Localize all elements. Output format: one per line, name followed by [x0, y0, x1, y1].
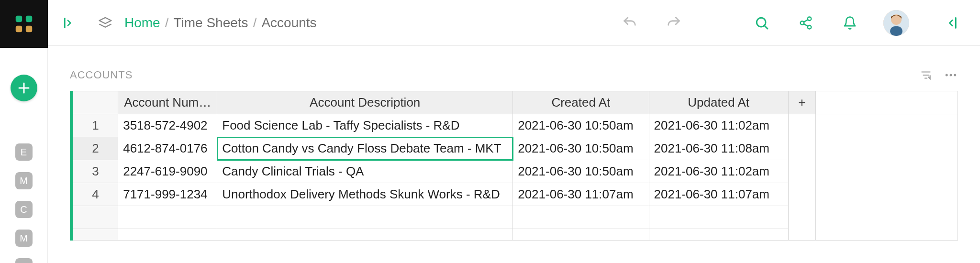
filter-icon[interactable]: [920, 69, 932, 81]
svg-rect-0: [15, 16, 22, 22]
breadcrumb-item-1[interactable]: Accounts: [261, 15, 316, 31]
cell-account-description[interactable]: [217, 206, 513, 229]
svg-point-24: [954, 74, 956, 77]
cell-account-number[interactable]: 3518-572-4902: [118, 114, 217, 137]
grid-footer-cell: [513, 229, 649, 241]
sidebar: E M C M P: [0, 0, 48, 263]
svg-rect-1: [25, 16, 32, 22]
cell-updated-at[interactable]: 2021-06-30 11:08am: [649, 137, 788, 160]
col-header-created-at[interactable]: Created At: [513, 91, 649, 114]
cell-created-at[interactable]: 2021-06-30 11:07am: [513, 183, 649, 206]
row-number[interactable]: 5: [73, 206, 118, 229]
cell-created-at[interactable]: [513, 206, 649, 229]
cell-updated-at[interactable]: 2021-06-30 11:07am: [649, 183, 788, 206]
sidebar-item-1[interactable]: M: [15, 172, 33, 189]
cell-account-description[interactable]: Candy Clinical Trials - QA: [217, 160, 513, 183]
redo-icon[interactable]: [662, 11, 685, 34]
sidebar-nav: E M C M P: [15, 143, 33, 263]
breadcrumb-item-0[interactable]: Time Sheets: [173, 15, 248, 31]
bell-icon[interactable]: [838, 11, 861, 34]
grid-tail: [788, 114, 815, 241]
svg-marker-7: [100, 17, 111, 23]
rownum-header[interactable]: [73, 91, 118, 114]
col-header-account-number[interactable]: Account Num…: [118, 91, 217, 114]
cell-created-at[interactable]: 2021-06-30 10:50am: [513, 137, 649, 160]
svg-line-14: [804, 20, 808, 22]
dock-right-icon[interactable]: [940, 11, 963, 34]
row-number[interactable]: 1: [73, 114, 118, 137]
svg-rect-3: [25, 26, 32, 32]
grid-footer-cell: [217, 229, 513, 241]
svg-rect-2: [15, 26, 22, 32]
cell-updated-at[interactable]: 2021-06-30 11:02am: [649, 114, 788, 137]
svg-point-22: [946, 74, 948, 77]
grid-footer-cell: [649, 229, 788, 241]
share-icon[interactable]: [794, 11, 817, 34]
breadcrumb: Home / Time Sheets / Accounts: [124, 15, 317, 31]
user-avatar[interactable]: [883, 10, 909, 36]
cell-account-number[interactable]: 2247-619-9090: [118, 160, 217, 183]
add-button[interactable]: [11, 75, 37, 101]
col-header-account-description[interactable]: Account Description: [217, 91, 513, 114]
col-header-updated-at[interactable]: Updated At: [649, 91, 788, 114]
sidebar-item-label: E: [21, 147, 27, 158]
grid-tail: [815, 114, 958, 241]
layers-icon[interactable]: [94, 11, 117, 34]
cell-updated-at[interactable]: [649, 206, 788, 229]
content: ACCOUNTS Account Num…: [48, 46, 980, 263]
cell-account-number[interactable]: 4612-874-0176: [118, 137, 217, 160]
breadcrumb-sep: /: [253, 15, 257, 31]
svg-line-9: [765, 26, 768, 29]
svg-rect-17: [890, 26, 902, 36]
add-column-button[interactable]: +: [788, 91, 815, 114]
sidebar-collapse-icon[interactable]: [57, 11, 80, 34]
sidebar-item-label: P: [21, 262, 27, 263]
topbar: Home / Time Sheets / Accounts: [48, 0, 980, 46]
sidebar-item-2[interactable]: C: [15, 201, 33, 218]
sidebar-item-label: M: [20, 233, 28, 244]
cell-account-number[interactable]: 7171-999-1234: [118, 183, 217, 206]
cell-created-at[interactable]: 2021-06-30 10:50am: [513, 114, 649, 137]
section-title: ACCOUNTS: [70, 69, 133, 81]
grid-footer-cell: [73, 229, 118, 241]
cell-updated-at[interactable]: 2021-06-30 11:02am: [649, 160, 788, 183]
cell-account-description[interactable]: Cotton Candy vs Candy Floss Debate Team …: [217, 137, 513, 160]
sidebar-item-0[interactable]: E: [15, 143, 33, 161]
sidebar-item-label: C: [20, 204, 27, 215]
cell-account-description[interactable]: Unorthodox Delivery Methods Skunk Works …: [217, 183, 513, 206]
grid-tail: [815, 91, 958, 114]
svg-line-13: [804, 23, 808, 26]
breadcrumb-sep: /: [165, 15, 169, 31]
breadcrumb-home[interactable]: Home: [124, 15, 160, 31]
search-icon[interactable]: [750, 11, 773, 34]
row-number[interactable]: 2: [73, 137, 118, 160]
cell-account-number[interactable]: [118, 206, 217, 229]
cell-created-at[interactable]: 2021-06-30 10:50am: [513, 160, 649, 183]
sidebar-item-3[interactable]: M: [15, 230, 33, 247]
more-icon[interactable]: [944, 68, 958, 82]
data-grid[interactable]: Account Num… Account Description Created…: [70, 91, 958, 241]
sidebar-item-label: M: [20, 175, 28, 186]
grid-footer-cell: [118, 229, 217, 241]
cell-account-description[interactable]: Food Science Lab - Taffy Specialists - R…: [217, 114, 513, 137]
row-number[interactable]: 3: [73, 160, 118, 183]
sidebar-item-4[interactable]: P: [15, 258, 33, 263]
undo-icon[interactable]: [618, 11, 641, 34]
table-row[interactable]: 13518-572-4902Food Science Lab - Taffy S…: [73, 114, 958, 137]
app-logo[interactable]: [0, 0, 48, 48]
svg-point-23: [950, 74, 952, 77]
row-number[interactable]: 4: [73, 183, 118, 206]
